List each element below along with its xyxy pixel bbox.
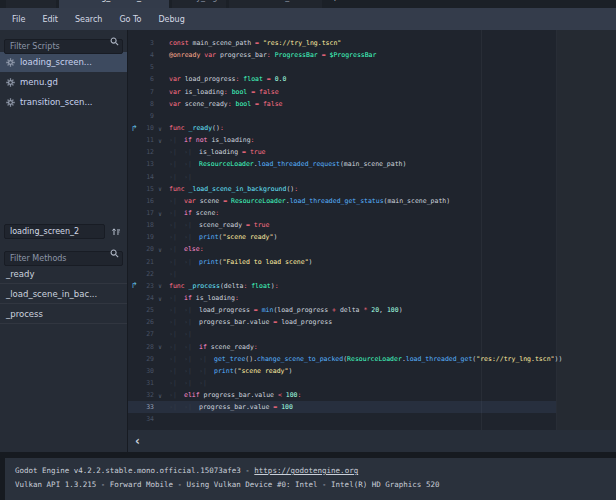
code-line[interactable]: 21›|›|print("Failed to load scene")	[128, 256, 556, 268]
code-line[interactable]: 22›|	[128, 268, 556, 280]
code-line[interactable]: 33›|›|progress_bar.value = 100	[128, 401, 556, 413]
code-line[interactable]: 14›|›|	[128, 171, 556, 183]
fold-arrow-icon[interactable]: ∨	[154, 210, 166, 217]
script-tab-try_lng[interactable]: try_lng	[172, 0, 227, 8]
line-number[interactable]: 25	[140, 306, 154, 314]
fold-arrow-icon[interactable]: ∨	[154, 137, 166, 144]
code-line[interactable]: 6var load_progress: float = 0.0	[128, 73, 556, 85]
script-list-item[interactable]: menu.gd	[0, 72, 127, 92]
line-number[interactable]: 34	[140, 415, 154, 423]
code-line[interactable]: 3const main_scene_path = "res://try_lng.…	[128, 37, 556, 49]
script-list-item[interactable]: loading_screen...	[0, 52, 127, 72]
script-list-item[interactable]: transition_scen...	[0, 92, 127, 112]
close-tab-icon[interactable]: ×	[153, 0, 160, 2]
fold-arrow-icon[interactable]: ∨	[154, 282, 166, 289]
menubar-item-search[interactable]: Search	[75, 15, 102, 24]
code-token: )	[288, 367, 292, 375]
menubar-item-go-to[interactable]: Go To	[119, 15, 141, 24]
line-number[interactable]: 5	[140, 63, 154, 71]
menubar-item-file[interactable]: File	[12, 15, 25, 24]
fold-arrow-icon[interactable]: ∨	[154, 185, 166, 192]
code-line[interactable]: ↱10∨func _ready():	[128, 122, 556, 134]
line-number[interactable]: 15	[140, 185, 154, 193]
line-number[interactable]: 11	[140, 136, 154, 144]
code-line[interactable]: 9	[128, 110, 556, 122]
code-line[interactable]: 19›|›|print("scene ready")	[128, 231, 556, 243]
code-line[interactable]: 20∨›|else:	[128, 243, 556, 255]
line-number[interactable]: 19	[140, 233, 154, 241]
line-number[interactable]: 32	[140, 391, 154, 399]
editor-bottom-bar: ‹	[128, 430, 616, 452]
add-script-button[interactable]: +	[325, 0, 345, 8]
line-number[interactable]: 28	[140, 343, 154, 351]
code-line[interactable]: 5	[128, 61, 556, 73]
line-number[interactable]: 13	[140, 160, 154, 168]
filter-scripts-input[interactable]	[4, 39, 123, 54]
line-number[interactable]: 31	[140, 379, 154, 387]
fold-arrow-icon[interactable]: ∨	[154, 392, 166, 399]
script-tab-menu[interactable]: menu	[6, 0, 56, 8]
code-line[interactable]: 15∨func _load_scene_in_background():	[128, 183, 556, 195]
method-list-item[interactable]: _ready	[0, 264, 127, 284]
line-number[interactable]: 16	[140, 197, 154, 205]
line-number[interactable]: 27	[140, 330, 154, 338]
code-line[interactable]: 12›|›|is_loading = true	[128, 146, 556, 158]
sort-methods-button[interactable]	[109, 225, 123, 239]
code-line[interactable]: 13›|›|ResourceLoader.load_threaded_reque…	[128, 158, 556, 170]
line-number[interactable]: 8	[140, 100, 154, 108]
code-line[interactable]: 34	[128, 413, 556, 425]
line-number[interactable]: 26	[140, 318, 154, 326]
fold-arrow-icon[interactable]: ∨	[154, 343, 166, 350]
fold-arrow-icon[interactable]: ∨	[154, 246, 166, 253]
line-number[interactable]: 6	[140, 75, 154, 83]
line-number[interactable]: 4	[140, 51, 154, 59]
toggle-scripts-panel-button[interactable]: ‹	[135, 435, 140, 447]
line-number[interactable]: 9	[140, 112, 154, 120]
filter-methods-input[interactable]	[4, 251, 123, 266]
code-line[interactable]: 25›|›|load_progress = min(load_progress …	[128, 304, 556, 316]
fold-arrow-icon[interactable]: ∨	[154, 295, 166, 302]
menubar-item-edit[interactable]: Edit	[42, 15, 58, 24]
code-line[interactable]: 24∨›|if is_loading:	[128, 292, 556, 304]
menubar-item-debug[interactable]: Debug	[158, 15, 184, 24]
code-line[interactable]: 26›|›|progress_bar.value = load_progress	[128, 316, 556, 328]
line-number[interactable]: 22	[140, 270, 154, 278]
line-number[interactable]: 23	[140, 282, 154, 290]
line-number[interactable]: 14	[140, 173, 154, 181]
code-line[interactable]: 4@onready var progress_bar: ProgressBar …	[128, 49, 556, 61]
line-number[interactable]: 29	[140, 355, 154, 363]
minimap[interactable]	[557, 30, 616, 430]
code-area[interactable]: 3const main_scene_path = "res://try_lng.…	[128, 30, 616, 430]
code-line[interactable]: 16›|var scene = ResourceLoader.load_thre…	[128, 195, 556, 207]
code-line[interactable]: 8var scene_ready: bool = false	[128, 98, 556, 110]
code-line[interactable]: 30›|›|›|print("scene ready")	[128, 365, 556, 377]
method-list-item[interactable]: _load_scene_in_bac...	[0, 284, 127, 304]
code-line[interactable]: 17∨›|if scene:	[128, 207, 556, 219]
line-number[interactable]: 21	[140, 258, 154, 266]
code-line[interactable]: 31›|›|›|	[128, 377, 556, 389]
line-number[interactable]: 24	[140, 294, 154, 302]
godotengine-link[interactable]: https://godotengine.org	[254, 466, 358, 475]
line-number[interactable]: 18	[140, 221, 154, 229]
line-number[interactable]: 10	[140, 124, 154, 132]
script-tab-loading_screen_2[interactable]: loading_screen_2×	[59, 0, 169, 8]
line-number[interactable]: 33	[140, 403, 154, 411]
code-line[interactable]: 18›|›|scene_ready = true	[128, 219, 556, 231]
line-number[interactable]: 3	[140, 39, 154, 47]
code-line[interactable]: 11∨›|if not is_loading:	[128, 134, 556, 146]
fold-arrow-icon[interactable]: ∨	[154, 125, 166, 132]
script-tab-transition_scene[interactable]: transition_scene	[229, 0, 322, 8]
line-number[interactable]: 17	[140, 209, 154, 217]
code-line[interactable]: ↱23∨func _process(delta: float):	[128, 280, 556, 292]
method-list-item[interactable]: _process	[0, 304, 127, 324]
code-line[interactable]: 27›|›|	[128, 328, 556, 340]
code-line[interactable]: 7var is_loading: bool = false	[128, 86, 556, 98]
code-line[interactable]: 28∨›|›|if scene_ready:	[128, 341, 556, 353]
line-number[interactable]: 12	[140, 148, 154, 156]
line-number[interactable]: 7	[140, 88, 154, 96]
code-line[interactable]: 29›|›|›|get_tree().change_scene_to_packe…	[128, 353, 556, 365]
line-number[interactable]: 30	[140, 367, 154, 375]
current-script-row: loading_screen_2	[4, 224, 123, 239]
line-number[interactable]: 20	[140, 245, 154, 253]
code-line[interactable]: 32∨›|elif progress_bar.value < 100:	[128, 389, 556, 401]
